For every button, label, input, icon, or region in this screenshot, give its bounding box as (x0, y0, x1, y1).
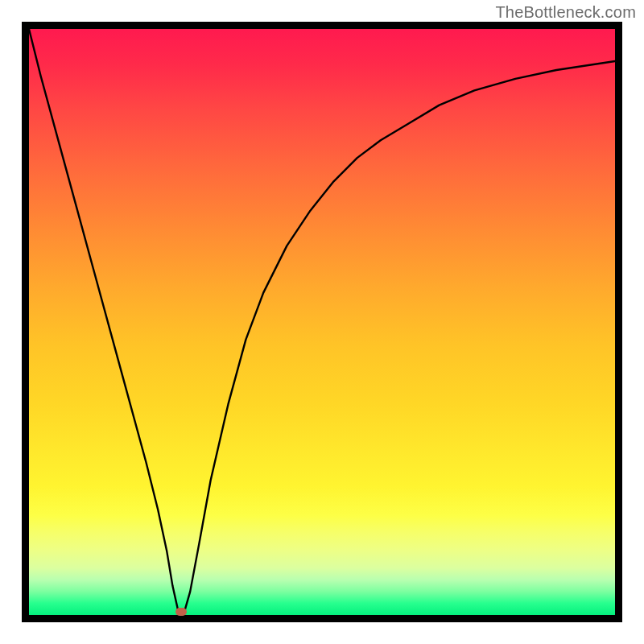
plot-frame (22, 22, 622, 622)
optimal-point-marker (175, 608, 187, 616)
plot-area (29, 29, 615, 615)
attribution-text: TheBottleneck.com (495, 3, 636, 22)
chart-container: TheBottleneck.com (0, 0, 644, 644)
bottleneck-curve (29, 29, 615, 615)
